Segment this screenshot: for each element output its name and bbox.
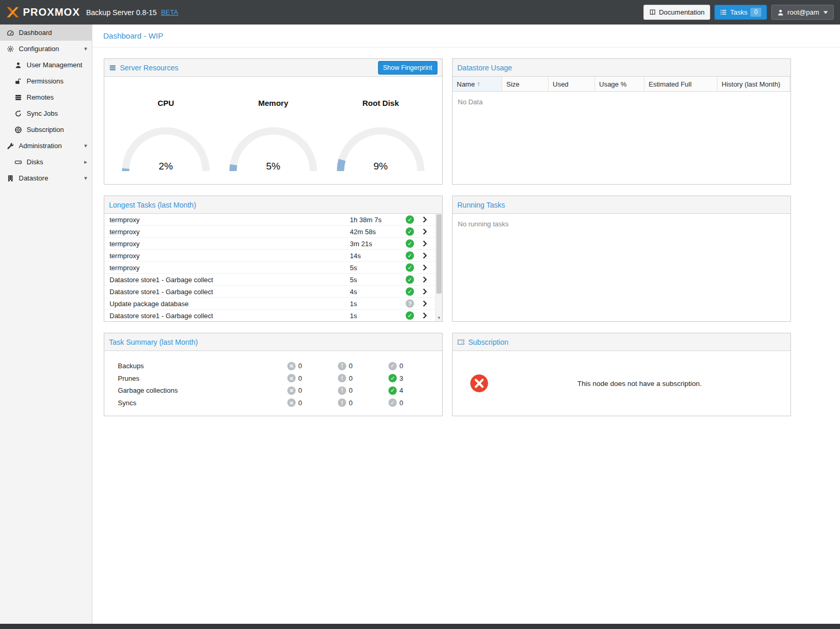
- chevron-right-icon[interactable]: [423, 264, 435, 271]
- warning-count-icon: [338, 374, 346, 382]
- user-label: root@pam: [787, 8, 819, 16]
- sidebar-item-remotes[interactable]: Remotes: [0, 89, 92, 105]
- longest-tasks-body: termproxy 1h 38m 7s termproxy 42m 58s te…: [104, 214, 442, 321]
- hdd-icon: [14, 159, 23, 166]
- task-summary-row-backups: Backups 0 0 0: [104, 360, 442, 372]
- task-row[interactable]: termproxy 14s: [104, 250, 435, 262]
- scrollbar[interactable]: ▼: [435, 214, 442, 321]
- subscription-message: This node does not have a subscription.: [489, 380, 790, 388]
- gauges: CPU 2% Memory 5% Root Disk 9%: [104, 77, 442, 184]
- user-menu-button[interactable]: root@pam: [771, 5, 834, 20]
- sidebar-item-configuration[interactable]: Configuration ▾: [0, 41, 92, 57]
- ok-status-icon: [406, 251, 414, 260]
- tachometer-icon: [6, 29, 15, 37]
- column-header-name[interactable]: Name ↑: [453, 77, 502, 91]
- column-header-usage[interactable]: Usage %: [595, 77, 644, 91]
- sidebar: Dashboard Configuration ▾ User Managemen…: [0, 25, 92, 624]
- running-tasks-panel: Running Tasks No running tasks: [452, 196, 791, 322]
- gauge-root-disk: Root Disk 9%: [328, 77, 433, 184]
- chevron-right-icon[interactable]: [423, 276, 435, 283]
- tasks-label: Tasks: [730, 8, 747, 16]
- proxmox-logo: PROXMOX: [6, 6, 80, 18]
- ok-status-icon: [406, 275, 414, 284]
- chevron-right-icon[interactable]: [423, 216, 435, 223]
- sidebar-item-administration[interactable]: Administration ▾: [0, 138, 92, 154]
- sidebar-item-disks[interactable]: Disks ▸: [0, 154, 92, 170]
- subscription-panel: Subscription This node does not have a s…: [452, 333, 791, 416]
- top-header: PROXMOX Backup Server 0.8-15 BETA Docume…: [0, 0, 840, 25]
- sidebar-item-user-management[interactable]: User Management: [0, 57, 92, 73]
- ok-status-icon: [406, 287, 414, 296]
- brand-name: PROXMOX: [23, 6, 80, 18]
- tasks-button[interactable]: Tasks 0: [714, 5, 767, 20]
- wrench-icon: [6, 142, 15, 150]
- user-icon: [14, 62, 23, 69]
- gauge-memory: Memory 5%: [221, 77, 325, 184]
- task-summary-row-garbage-collections: Garbage collections 0 0 4: [104, 384, 442, 397]
- task-row[interactable]: termproxy 5s: [104, 262, 435, 274]
- scrollbar-thumb[interactable]: [436, 214, 442, 294]
- expand-arrow-icon: ▾: [84, 45, 87, 52]
- running-tasks-title: Running Tasks: [457, 201, 505, 209]
- sidebar-item-subscription[interactable]: Subscription: [0, 122, 92, 138]
- ok-count-icon: [388, 362, 397, 370]
- sidebar-nav: Dashboard Configuration ▾ User Managemen…: [0, 25, 92, 186]
- ok-status-icon: [406, 311, 414, 320]
- task-row[interactable]: termproxy 42m 58s: [104, 226, 435, 238]
- task-list: termproxy 1h 38m 7s termproxy 42m 58s te…: [104, 214, 435, 321]
- task-row[interactable]: termproxy 3m 21s: [104, 238, 435, 250]
- show-fingerprint-button[interactable]: Show Fingerprint: [378, 61, 438, 75]
- ok-status-icon: [406, 263, 414, 272]
- task-summary-header: Task Summary (last Month): [104, 333, 442, 351]
- sidebar-item-permissions[interactable]: Permissions: [0, 73, 92, 89]
- user-icon: [777, 9, 784, 16]
- server-resources-panel: Server Resources Show Fingerprint CPU 2%…: [104, 58, 443, 185]
- task-row[interactable]: termproxy 1h 38m 7s: [104, 214, 435, 226]
- subscription-body: This node does not have a subscription.: [453, 351, 790, 416]
- warning-count-icon: [338, 398, 346, 407]
- app-window: PROXMOX Backup Server 0.8-15 BETA Docume…: [0, 0, 840, 629]
- sidebar-item-dashboard[interactable]: Dashboard: [0, 25, 92, 41]
- gauge-arc: 2%: [114, 124, 218, 173]
- task-summary-panel: Task Summary (last Month) Backups 0 0 0 …: [104, 333, 443, 416]
- ok-status-icon: [406, 227, 414, 236]
- task-summary-row-prunes: Prunes 0 0 3: [104, 372, 442, 385]
- task-row[interactable]: Datastore store1 - Garbage collect 4s: [104, 286, 435, 298]
- task-row[interactable]: Datastore store1 - Garbage collect 1s: [104, 310, 435, 321]
- subscription-title: Subscription: [468, 338, 508, 346]
- sort-ascending-icon: ↑: [477, 80, 480, 88]
- server-resources-icon: [109, 64, 116, 71]
- sidebar-item-sync-jobs[interactable]: Sync Jobs: [0, 105, 92, 122]
- task-row[interactable]: Datastore store1 - Garbage collect 5s: [104, 274, 435, 286]
- chevron-right-icon[interactable]: [423, 300, 435, 307]
- lifering-icon: [14, 126, 23, 134]
- server-resources-header: Server Resources Show Fingerprint: [104, 59, 442, 77]
- column-header-estimated-full[interactable]: Estimated Full: [644, 77, 717, 91]
- ok-count-icon: [388, 386, 397, 395]
- unknown-status-icon: [406, 299, 414, 308]
- task-summary-body: Backups 0 0 0 Prunes 0 0 3 Garbage colle…: [104, 351, 442, 409]
- column-header-size[interactable]: Size: [502, 77, 549, 91]
- server-icon: [14, 94, 23, 101]
- scroll-down-arrow-icon[interactable]: ▼: [436, 314, 442, 321]
- task-row[interactable]: Update package database 1s: [104, 298, 435, 310]
- running-tasks-body: No running tasks: [453, 214, 790, 234]
- beta-link[interactable]: BETA: [161, 8, 178, 16]
- chevron-right-icon[interactable]: [423, 240, 435, 247]
- no-running-tasks-text: No running tasks: [453, 214, 790, 234]
- building-icon: [6, 175, 15, 182]
- server-resources-title: Server Resources: [120, 64, 178, 72]
- ok-count-icon: [388, 374, 397, 382]
- column-header-history-last-month[interactable]: History (last Month): [717, 77, 790, 91]
- chevron-right-icon[interactable]: [423, 228, 435, 235]
- proxmox-x-icon: [6, 7, 19, 18]
- chevron-right-icon[interactable]: [423, 312, 435, 319]
- chevron-right-icon[interactable]: [423, 252, 435, 259]
- expand-arrow-icon: ▸: [84, 159, 87, 165]
- column-header-used[interactable]: Used: [549, 77, 595, 91]
- sidebar-item-datastore[interactable]: Datastore ▾: [0, 170, 92, 186]
- chevron-right-icon[interactable]: [423, 288, 435, 295]
- header-actions: Documentation Tasks 0 root@pam: [643, 5, 834, 20]
- documentation-button[interactable]: Documentation: [643, 5, 710, 20]
- page-title-bar: Dashboard - WIP: [92, 25, 840, 47]
